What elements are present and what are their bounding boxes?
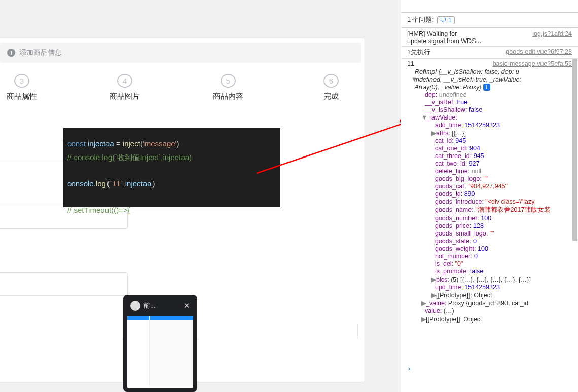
prop-isshallow[interactable]: __v_isShallow: false (421, 106, 578, 114)
info-alert: 添加商品信息 (0, 43, 361, 63)
taskbar-preview[interactable]: 前... ✕ (123, 295, 197, 392)
prop-goods-price[interactable]: goods_price: 128 (431, 222, 578, 230)
step-title: 商品内容 (213, 92, 243, 101)
prop-isref[interactable]: __v_isRef: true (421, 99, 578, 106)
console-row: 1先执行goods-edit.vue?6f97:23 (401, 48, 578, 57)
prop-delete-time[interactable]: delete_time: null (431, 168, 578, 175)
devtools-panel[interactable]: 1 个问题: 🗨1 [HMR] Waiting for update signa… (401, 0, 578, 392)
close-icon[interactable]: ✕ (184, 301, 190, 310)
svg-rect-1 (11, 52, 12, 55)
prop-goods-weight[interactable]: goods_weight: 100 (431, 245, 578, 253)
prop-cat-three-id[interactable]: cat_three_id: 945 (431, 152, 578, 160)
code-keyword: const (67, 139, 86, 148)
code-ident: injectaa (86, 139, 116, 148)
expand-icon[interactable]: ▶ (421, 299, 426, 307)
source-link[interactable]: log.js?1afd:24 (532, 30, 572, 45)
prop-upd-time[interactable]: upd_time: 1514259323 (431, 284, 578, 291)
step-4[interactable]: 4商品图片 (92, 74, 158, 101)
preview-body (127, 316, 193, 388)
prop-pics[interactable]: ▶pics: (5) [{…}, {…}, {…}, {…}, {…}] (431, 276, 578, 284)
prop-value[interactable]: ▶_value: Proxy {goods_id: 890, cat_id (421, 299, 578, 307)
expand-icon[interactable]: ▼ (421, 114, 426, 121)
console-prompt-icon[interactable]: › (408, 365, 410, 372)
expand-icon[interactable]: ▶ (431, 276, 436, 283)
issues-count-chip[interactable]: 🗨1 (437, 16, 455, 24)
step-circle: 6 (323, 74, 339, 88)
step-circle: 5 (221, 74, 236, 88)
step-3[interactable]: 3商品属性 (0, 74, 55, 101)
prop-goods-big-logo[interactable]: goods_big_logo: "" (431, 175, 578, 183)
expand-icon[interactable]: ▶ (431, 291, 436, 299)
step-title: 商品属性 (7, 92, 37, 101)
expand-icon[interactable]: ▼ (411, 76, 416, 83)
scrollbar-thumb[interactable] (572, 59, 577, 241)
prop-rawvalue[interactable]: ▼_rawValue: (421, 114, 578, 122)
prop-dep[interactable]: dep: undefined (421, 91, 578, 99)
code-comment: // setTimeout(()=>{ (67, 206, 130, 214)
info-icon[interactable]: i (483, 84, 490, 91)
prop-goods-introduce[interactable]: goods_introduce: "<div class=\"lazy (431, 198, 578, 206)
console-output[interactable]: [HMR] Waiting for update signal from WDS… (401, 28, 578, 325)
preview-title: 前... (143, 301, 156, 310)
code-fn: inject (123, 139, 140, 148)
source-link[interactable]: goods-edit.vue?6f97:23 (505, 48, 572, 57)
console-row: 11basic-message.vue?5efa:56 (401, 60, 578, 68)
prop-is-del[interactable]: is_del: "0" (431, 260, 578, 268)
prop-goods-id[interactable]: goods_id: 890 (431, 190, 578, 198)
prop-cat-one-id[interactable]: cat_one_id: 904 (431, 145, 578, 152)
input-field-3[interactable] (0, 272, 128, 296)
source-link[interactable]: basic-message.vue?5efa:56 (493, 60, 572, 67)
refimpl-header[interactable]: RefImpl {__v_isShallow: false, dep: u (411, 68, 578, 75)
code-string: 'message' (143, 139, 177, 148)
prop-cat-id[interactable]: cat_id: 945 (431, 137, 578, 145)
alert-text: 添加商品信息 (19, 48, 62, 57)
prop-add-time[interactable]: add_time: 1514259323 (431, 122, 578, 129)
app-left-pane: 添加商品信息 3商品属性 4商品图片 5商品内容 6完成 const injec… (0, 0, 401, 392)
steps-bar: 3商品属性 4商品图片 5商品内容 6完成 (0, 74, 364, 101)
info-icon (7, 49, 15, 57)
code-snippet: const injectaa = inject('message') // co… (63, 128, 280, 207)
prop-goods-number[interactable]: goods_number: 100 (431, 215, 578, 222)
expand-icon[interactable]: ▶ (421, 315, 426, 323)
avatar-icon (130, 301, 140, 311)
expand-icon[interactable]: ▶ (431, 129, 436, 137)
step-5[interactable]: 5商品内容 (195, 74, 261, 101)
preview-header: 前... ✕ (127, 299, 193, 313)
console-row: [HMR] Waiting for update signal from WDS… (401, 30, 578, 45)
svg-rect-2 (11, 51, 12, 52)
step-title: 完成 (323, 92, 339, 101)
prop-prototype[interactable]: ▶[[Prototype]]: Object (431, 291, 578, 299)
prop-goods-small-logo[interactable]: goods_small_logo: "" (431, 230, 578, 238)
prop-attrs[interactable]: ▶attrs: [{…}] (431, 129, 578, 137)
object-tree[interactable]: RefImpl {__v_isShallow: false, dep: u ▼n… (401, 68, 578, 323)
step-circle: 3 (14, 74, 29, 88)
prop-is-promote[interactable]: is_promote: false (431, 268, 578, 276)
step-6[interactable]: 6完成 (298, 74, 364, 101)
prop-hot-mumber[interactable]: hot_mumber: 0 (431, 253, 578, 260)
prop-cat-two-id[interactable]: cat_two_id: 927 (431, 160, 578, 168)
prop-goods-state[interactable]: goods_state: 0 (431, 238, 578, 245)
code-comment: // console.log(`收到值Inject`,injectaa) (67, 153, 192, 162)
prop-goods-name[interactable]: goods_name: "潮韩都衣舍2017韩版女装 (431, 206, 578, 215)
prop-prototype-2[interactable]: ▶[[Prototype]]: Object (421, 315, 578, 323)
step-circle: 4 (117, 74, 132, 88)
issues-label: 1 个问题: (407, 16, 434, 24)
issues-bar[interactable]: 1 个问题: 🗨1 (401, 13, 578, 28)
prop-goods-cat[interactable]: goods_cat: "904,927,945" (431, 183, 578, 190)
step-title: 商品图片 (110, 92, 140, 101)
prop-value-inner[interactable]: value: (…) (421, 307, 578, 315)
devtools-tabs[interactable] (401, 0, 578, 13)
